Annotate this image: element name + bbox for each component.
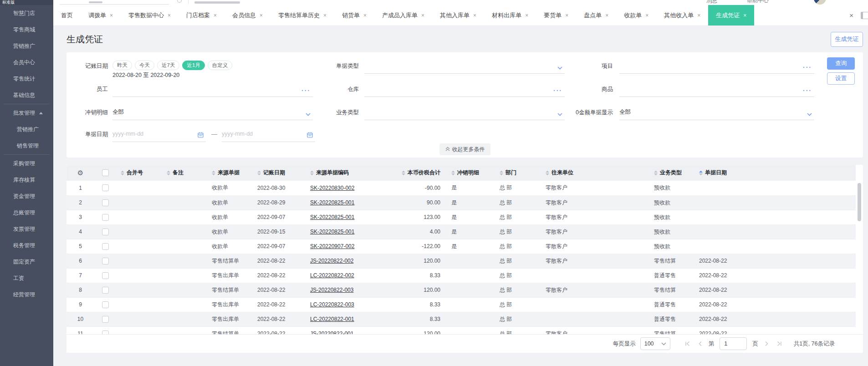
search-input[interactable] (60, 4, 169, 5)
sidebar-item-9[interactable]: 采购管理 (0, 155, 53, 172)
sort-carets-icon[interactable] (500, 171, 503, 175)
column-header-note[interactable]: 备注 (162, 169, 207, 177)
tab-close-icon[interactable]: × (743, 12, 746, 19)
sort-carets-icon[interactable] (699, 171, 703, 175)
tab-close-icon[interactable]: × (260, 12, 263, 19)
doc-date-to-input[interactable]: yyyy-mm-dd (222, 127, 315, 142)
quick-date-option-4[interactable]: 自定义 (208, 61, 233, 70)
ellipsis-icon[interactable]: ··· (803, 64, 812, 71)
sidebar-item-4[interactable]: 零售统计 (0, 71, 53, 87)
table-row-11[interactable]: 11零售结算单2022-08-22JS-20220822-001120.00总 … (66, 326, 856, 334)
sidebar-item-16[interactable]: 工资 (0, 270, 53, 286)
table-row-9[interactable]: 9零售出库单2022-08-22LC-20220822-0038.33总 部普通… (66, 297, 856, 312)
table-row-5[interactable]: 5收款单2022-09-07SK-20220907-002-122.00是总 部… (66, 239, 856, 254)
table-row-3[interactable]: 3收款单2022-09-07SK-20220825-001123.00是总 部零… (66, 210, 856, 224)
column-header-merge[interactable]: 合并号 (116, 169, 162, 177)
sort-carets-icon[interactable] (402, 171, 405, 175)
column-header-biz[interactable]: 业务类型 (649, 169, 694, 177)
source-doc-code-link[interactable]: SK-20220907-002 (310, 243, 354, 249)
sidebar-item-6[interactable]: 批发管理 (0, 105, 53, 121)
sidebar-item-11[interactable]: 资金管理 (0, 188, 53, 204)
source-doc-code-link[interactable]: SK-20220825-001 (310, 229, 354, 235)
tab-close-icon[interactable]: × (323, 12, 327, 19)
column-settings-gear-icon[interactable]: ⚙ (77, 169, 83, 177)
source-doc-code-link[interactable]: SK-20220825-001 (310, 199, 354, 206)
sidebar-item-5[interactable]: 基础信息 (0, 87, 53, 103)
table-row-10[interactable]: 10零售出库单2022-08-22LC-20220822-0018.33总 部普… (66, 312, 856, 326)
tab-active-14[interactable]: 生成凭证× (708, 5, 754, 25)
tab-close-icon[interactable]: × (473, 12, 476, 19)
table-row-2[interactable]: 2收款单2022-08-29SK-20220825-00190.00是总 部零散… (66, 195, 856, 210)
sort-carets-icon[interactable] (121, 171, 124, 175)
calendar-icon[interactable] (198, 132, 204, 139)
tab-close-icon[interactable]: × (363, 12, 367, 19)
source-doc-code-link[interactable]: JS-20220822-001 (310, 330, 353, 334)
page-number-input[interactable]: 1 (720, 337, 747, 350)
sidebar-item-17[interactable]: 经营管理 (0, 286, 53, 303)
row-checkbox[interactable] (102, 184, 109, 191)
sidebar-item-15[interactable]: 固定资产 (0, 254, 53, 270)
source-doc-code-link[interactable]: JS-20220822-002 (310, 258, 353, 264)
source-doc-code-link[interactable]: SK-20220830-002 (310, 185, 354, 191)
column-header-dept[interactable]: 部门 (495, 169, 541, 177)
sort-carets-icon[interactable] (451, 171, 455, 175)
generate-voucher-button[interactable]: 生成凭证 (831, 32, 863, 47)
tab-close-icon[interactable]: × (525, 12, 528, 19)
sort-carets-icon[interactable] (167, 171, 170, 175)
next-page-button[interactable] (763, 341, 770, 347)
tab-close-icon[interactable]: × (168, 12, 171, 19)
row-checkbox[interactable] (102, 214, 109, 221)
tab-close-icon[interactable]: × (645, 12, 648, 19)
tab-close-icon[interactable]: × (565, 12, 568, 19)
row-checkbox[interactable] (102, 287, 109, 294)
help-center-link[interactable]: 帮助中心 (747, 0, 769, 5)
close-all-tabs-button[interactable]: × (842, 11, 861, 19)
row-checkbox[interactable] (102, 330, 109, 334)
quick-date-option-1[interactable]: 今天 (135, 61, 154, 70)
row-checkbox[interactable] (102, 272, 109, 279)
select-all-checkbox[interactable] (102, 169, 109, 176)
quick-date-option-0[interactable]: 昨天 (112, 61, 132, 70)
sidebar-item-10[interactable]: 库存核算 (0, 172, 53, 188)
tab-4[interactable]: 会员信息× (225, 5, 271, 25)
ellipsis-icon[interactable]: ··· (803, 87, 812, 94)
prev-page-button[interactable] (697, 341, 704, 347)
vertical-scrollbar-thumb[interactable] (858, 183, 861, 221)
sort-carets-icon[interactable] (212, 171, 215, 175)
tab-13[interactable]: 其他收入单× (656, 5, 708, 25)
source-doc-code-link[interactable]: LC-20220822-002 (310, 272, 354, 279)
sidebar-item-12[interactable]: 总账管理 (0, 204, 53, 221)
tab-close-icon[interactable]: × (110, 12, 113, 19)
source-doc-code-link[interactable]: LC-20220822-003 (310, 301, 354, 308)
tab-2[interactable]: 零售数据中心× (121, 5, 179, 25)
source-doc-code-link[interactable]: JS-20220822-003 (310, 287, 353, 293)
row-checkbox[interactable] (102, 316, 109, 323)
table-row-6[interactable]: 6零售结算单2022-08-22JS-20220822-002120.00总 部… (66, 254, 856, 268)
user-avatar[interactable] (814, 0, 826, 5)
tab-close-icon[interactable]: × (214, 12, 217, 19)
sidebar-item-13[interactable]: 发票管理 (0, 221, 53, 237)
tab-0[interactable]: 首页 (53, 5, 81, 25)
first-page-button[interactable] (684, 341, 691, 347)
tab-3[interactable]: 门店档案× (179, 5, 225, 25)
doc-date-from-input[interactable]: yyyy-mm-dd (112, 127, 206, 142)
tab-6[interactable]: 销货单× (334, 5, 374, 25)
tab-9[interactable]: 材料出库单× (484, 5, 536, 25)
column-header-amount[interactable]: 本币价税合计 (367, 169, 447, 177)
column-header-partner[interactable]: 往来单位 (541, 169, 649, 177)
tab-close-icon[interactable]: × (697, 12, 700, 19)
calendar-icon[interactable] (307, 132, 313, 139)
sidebar-item-7[interactable]: 营销推广 (0, 121, 53, 137)
table-row-4[interactable]: 4收款单2022-09-15SK-20220825-0014.00是总 部零散客… (66, 224, 856, 239)
tab-list-icon[interactable] (861, 12, 868, 19)
column-header-doc_date[interactable]: 单据日期 (694, 169, 856, 177)
chevron-down-icon[interactable] (807, 112, 812, 117)
table-row-7[interactable]: 7零售出库单2022-08-22LC-20220822-0028.33总 部普通… (66, 268, 856, 283)
tab-11[interactable]: 盘点单× (576, 5, 616, 25)
source-doc-code-link[interactable]: SK-20220825-001 (310, 214, 354, 220)
sort-carets-icon[interactable] (546, 171, 549, 175)
column-header-source[interactable]: 来源单据 (207, 169, 253, 177)
tab-10[interactable]: 要货单× (536, 5, 576, 25)
quick-date-option-2[interactable]: 近7天 (157, 61, 179, 70)
table-row-1[interactable]: 1收款单2022-08-30SK-20220830-002-90.00是总 部零… (66, 181, 856, 195)
